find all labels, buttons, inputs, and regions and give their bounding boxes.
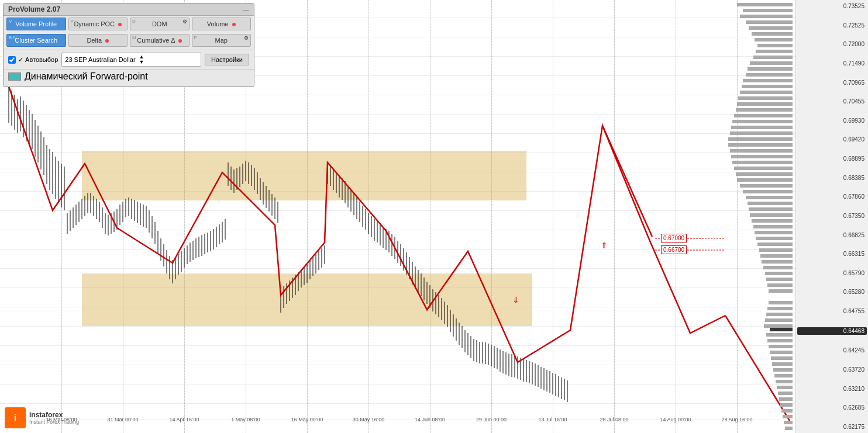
volume-button[interactable]: Volume [192,18,252,30]
price-level: 0.67350 [797,213,867,219]
cumulative-delta-button[interactable]: M Cumulative Δ [130,34,190,47]
svg-rect-203 [757,44,793,47]
panel-title: ProVolume 2.07 [8,5,60,13]
date-label: 14 Apr 16:00 [169,417,199,422]
price-level: 0.63720 [797,366,867,373]
svg-rect-200 [749,26,793,30]
cluster-search-button[interactable]: B N Cluster Search [6,34,66,47]
svg-rect-253 [767,339,793,342]
svg-rect-198 [740,15,793,18]
candlesticks [9,86,567,402]
svg-rect-232 [750,213,793,217]
svg-rect-226 [737,178,793,182]
volume-label: Volume [207,20,229,27]
instrument-arrows[interactable]: ▲ ▼ [139,54,144,65]
price-level: 0.67860 [797,193,867,200]
arrow-down[interactable]: ▼ [139,60,144,65]
price-level: 0.70455 [797,98,867,105]
cluster-search-label: Cluster Search [15,37,57,44]
svg-rect-246 [770,328,793,331]
volume-histogram [725,0,795,433]
svg-rect-250 [765,318,793,322]
map-button[interactable]: F Map ⚙ [192,34,252,47]
price-level: 0.72525 [797,22,867,29]
volume-profile-button[interactable]: V Volume Profile [6,18,66,30]
map-label: Map [215,37,228,44]
btn-label-p: P [71,19,74,24]
svg-rect-222 [731,155,793,158]
svg-rect-237 [757,243,793,246]
btn-label-v: V [9,19,12,24]
svg-rect-265 [781,409,793,413]
svg-rect-238 [759,248,793,252]
svg-rect-225 [736,172,793,176]
svg-rect-240 [762,260,793,264]
svg-rect-244 [767,283,793,287]
svg-rect-213 [737,102,793,106]
date-label: 29 Jun 00:00 [476,417,507,422]
price-level: 0.62685 [797,404,867,411]
panel-close-button[interactable]: — [243,6,249,13]
svg-rect-260 [776,380,793,383]
price-level: 0.66315 [797,251,867,257]
dynamic-poc-button[interactable]: P Dynamic POC [68,18,128,30]
date-label: 13 Jul 16:00 [538,417,567,422]
auto-select-checkbox[interactable]: ✓ Автовыбор [8,56,58,64]
price-level: 0.68385 [797,175,867,181]
svg-rect-259 [774,374,793,377]
logo-name: instaforex [29,411,79,419]
forward-point-label: Динамический Forward-point [25,71,148,82]
price-level: 0.63210 [797,386,867,392]
svg-rect-236 [756,237,793,240]
color-swatch [8,72,21,81]
settings-button[interactable]: Настройки [205,54,249,65]
panel-row-2: B N Cluster Search Delta M Cumulative Δ … [4,32,254,49]
svg-rect-220 [728,143,793,147]
svg-rect-212 [738,96,793,100]
svg-rect-230 [748,202,793,205]
price-level: 0.73525 [797,3,867,9]
panel-title-bar[interactable]: ProVolume 2.07 — [4,4,254,16]
price-label-67000: 0.67000 [661,234,687,243]
pro-volume-panel: ProVolume 2.07 — V Volume Profile P Dyna… [3,3,254,87]
price-level: 0.66825 [797,232,867,238]
svg-rect-264 [780,403,793,407]
price-level: 0.71490 [797,60,867,67]
svg-rect-249 [766,313,793,316]
btn-label-d: D [132,19,136,24]
dot-indicator-4 [178,39,182,43]
instrument-value: 23 SEP Australian Dollar [65,56,135,63]
svg-rect-258 [773,368,793,372]
date-label: 14 Aug 00:00 [660,417,691,422]
btn-label-m: M [132,35,136,40]
svg-rect-231 [749,207,793,211]
svg-rect-257 [772,362,793,366]
svg-rect-235 [755,231,793,234]
logo-icon: i [5,407,26,428]
price-axis: 0.73525 0.72525 0.72000 0.71490 0.70965 … [795,0,868,433]
dom-button[interactable]: D DOM ⚙ [130,18,190,30]
panel-row-1: V Volume Profile P Dynamic POC D DOM ⚙ V… [4,16,254,32]
svg-rect-219 [728,137,793,141]
price-level: 0.69420 [797,136,867,143]
auto-select-input[interactable] [8,56,16,64]
svg-rect-251 [764,324,793,328]
auto-select-row: ✓ Автовыбор 23 SEP Australian Dollar ▲ ▼… [4,50,254,69]
settings-icon-dom: ⚙ [182,19,187,25]
svg-rect-207 [748,67,793,71]
svg-rect-229 [746,196,793,199]
svg-rect-196 [737,3,793,6]
delta-button[interactable]: Delta [68,34,128,47]
svg-rect-267 [784,421,793,424]
cumulative-delta-label: Cumulative Δ [137,37,175,44]
date-label: 16 May 00:00 [291,417,323,422]
svg-rect-223 [732,161,793,164]
date-label: 1 May 08:00 [231,417,260,422]
dynamic-poc-label: Dynamic POC [74,20,115,27]
svg-rect-224 [734,167,793,170]
svg-rect-266 [783,415,793,418]
svg-rect-233 [752,219,793,223]
date-label: 14 Jun 08:00 [415,417,445,422]
instrument-selector[interactable]: 23 SEP Australian Dollar ▲ ▼ [61,53,201,67]
svg-rect-256 [771,356,793,360]
